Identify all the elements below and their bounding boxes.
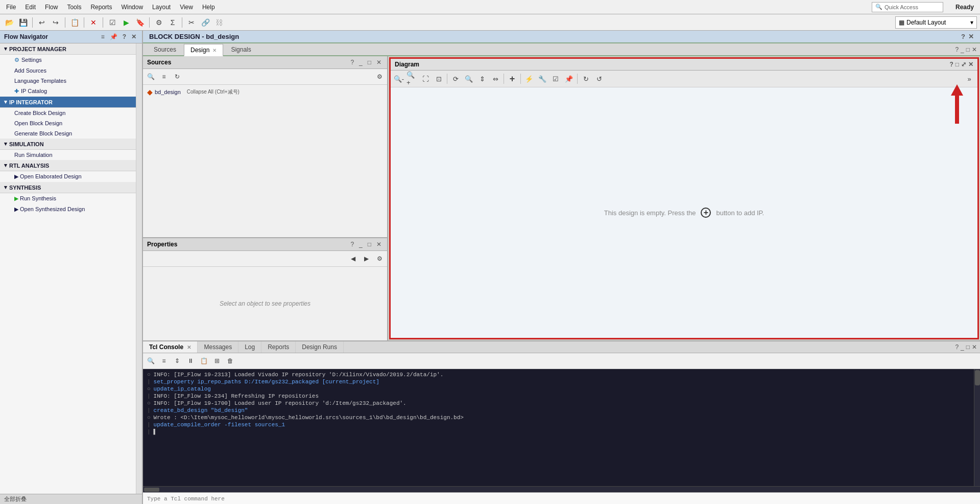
- props-forward-btn[interactable]: ▶: [361, 253, 372, 264]
- unlink-button[interactable]: ⛓: [213, 16, 225, 29]
- maximize-tab-icon[interactable]: □: [966, 46, 970, 53]
- props-help-icon[interactable]: ?: [349, 240, 355, 248]
- menu-layout[interactable]: Layout: [148, 3, 175, 12]
- menu-edit[interactable]: Edit: [21, 3, 40, 12]
- align-btn[interactable]: ⇕: [476, 73, 488, 85]
- bookmark-button[interactable]: 🔖: [134, 16, 146, 29]
- delete-button[interactable]: ✕: [87, 16, 100, 29]
- validate-btn[interactable]: 🔧: [536, 73, 548, 85]
- nav-item-open-block-design[interactable]: Open Block Design: [0, 118, 136, 128]
- section-simulation[interactable]: ▾ SIMULATION: [0, 139, 136, 150]
- nav-item-settings[interactable]: ⚙Settings: [0, 55, 136, 65]
- console-maximize-icon[interactable]: □: [966, 343, 970, 351]
- undo-button[interactable]: ↩: [36, 16, 48, 29]
- close-tab-icon[interactable]: ✕: [972, 46, 977, 53]
- console-horizontal-scrollbar[interactable]: [143, 486, 980, 492]
- console-filter-btn[interactable]: ⇕: [172, 355, 183, 366]
- nav-item-run-synthesis[interactable]: ▶ Run Synthesis: [0, 193, 136, 204]
- refresh-btn[interactable]: ↻: [580, 73, 592, 85]
- nav-vertical-scrollbar[interactable]: [136, 43, 142, 494]
- menu-tools[interactable]: Tools: [63, 3, 85, 12]
- search-diagram-btn[interactable]: 🔍: [463, 73, 475, 85]
- tcl-command-input[interactable]: [147, 496, 976, 502]
- tab-sources[interactable]: Sources: [147, 43, 183, 55]
- section-rtl-analysis[interactable]: ▾ RTL ANALYSIS: [0, 160, 136, 171]
- console-vertical-scrollbar[interactable]: [974, 369, 980, 486]
- console-tab-messages[interactable]: Messages: [198, 341, 238, 353]
- nav-item-add-sources[interactable]: Add Sources: [0, 65, 136, 76]
- add-ip-btn[interactable]: +: [506, 73, 518, 85]
- bd-close-icon[interactable]: ✕: [968, 33, 974, 40]
- zoom-out-btn[interactable]: 🔍-: [393, 73, 405, 85]
- quick-access-bar[interactable]: 🔍 Quick Access: [872, 2, 943, 12]
- sources-maximize-icon[interactable]: □: [366, 58, 373, 66]
- tab-design-close[interactable]: ✕: [212, 48, 217, 53]
- section-project-manager[interactable]: ▾ PROJECT MANAGER: [0, 43, 136, 55]
- minimize-tab-icon[interactable]: _: [961, 46, 964, 53]
- menu-reports[interactable]: Reports: [86, 3, 116, 12]
- redo-button[interactable]: ↪: [50, 16, 62, 29]
- section-ip-integrator[interactable]: ▾ IP INTEGRATOR: [0, 97, 136, 108]
- tab-signals[interactable]: Signals: [224, 43, 257, 55]
- props-close-icon[interactable]: ✕: [375, 240, 383, 248]
- close-panel-icon[interactable]: ✕: [130, 33, 138, 41]
- diagram-help-icon[interactable]: ?: [949, 61, 953, 68]
- check-button[interactable]: ☑: [106, 16, 118, 29]
- console-tab-design-runs[interactable]: Design Runs: [296, 341, 344, 353]
- annotate-btn[interactable]: ☑: [549, 73, 562, 85]
- console-minimize-icon[interactable]: _: [961, 343, 964, 351]
- pin-icon[interactable]: 📌: [108, 33, 119, 41]
- sources-search-btn[interactable]: 🔍: [145, 71, 156, 82]
- console-pause-btn[interactable]: ⏸: [185, 355, 196, 366]
- console-tab-reports[interactable]: Reports: [261, 341, 296, 353]
- menu-file[interactable]: File: [2, 3, 20, 12]
- nav-item-run-simulation[interactable]: Run Simulation: [0, 150, 136, 160]
- link-button[interactable]: 🔗: [199, 16, 211, 29]
- menu-help[interactable]: Help: [198, 3, 219, 12]
- sources-close-icon[interactable]: ✕: [375, 58, 383, 66]
- sources-help-icon[interactable]: ?: [349, 58, 355, 66]
- console-scrollbar-thumb[interactable]: [975, 370, 980, 385]
- fit-all-btn[interactable]: ⛶: [419, 73, 432, 85]
- props-back-btn[interactable]: ◀: [347, 253, 358, 264]
- console-clear-btn[interactable]: 🗑: [225, 355, 236, 366]
- nav-item-generate-block-design[interactable]: Generate Block Design: [0, 128, 136, 139]
- collapse-all-icon[interactable]: ≡: [100, 33, 106, 41]
- distribute-btn[interactable]: ⇔: [489, 73, 501, 85]
- expand-icon[interactable]: »: [963, 73, 975, 85]
- sources-collapse-btn[interactable]: ≡: [158, 71, 170, 82]
- diagram-popout-icon[interactable]: ⤢: [961, 61, 966, 68]
- nav-item-create-block-design[interactable]: Create Block Design: [0, 108, 136, 118]
- diagram-close-icon[interactable]: ✕: [968, 61, 973, 68]
- cut-button[interactable]: ✂: [185, 16, 198, 29]
- nav-item-ip-catalog[interactable]: ✚IP Catalog: [0, 86, 136, 97]
- nav-item-language-templates[interactable]: Language Templates: [0, 76, 136, 86]
- connect-btn[interactable]: ⚡: [523, 73, 535, 85]
- gear-button[interactable]: ⚙: [153, 16, 165, 29]
- copy-button[interactable]: 📋: [68, 16, 81, 29]
- nav-item-open-elaborated-design[interactable]: ▶ Open Elaborated Design: [0, 171, 136, 182]
- source-item-bd-design[interactable]: ◆ bd_design Collapse All (Ctrl+减号): [145, 87, 385, 97]
- help-icon[interactable]: ?: [121, 33, 128, 41]
- console-h-scrollbar-thumb[interactable]: [144, 488, 159, 492]
- nav-item-open-synthesized-design[interactable]: ▶ Open Synthesized Design: [0, 204, 136, 215]
- menu-window[interactable]: Window: [117, 3, 147, 12]
- tab-design[interactable]: Design✕: [184, 44, 223, 56]
- sources-refresh-btn[interactable]: ↻: [172, 71, 183, 82]
- console-search-btn[interactable]: 🔍: [145, 355, 156, 366]
- fit-selection-btn[interactable]: ⊡: [433, 73, 445, 85]
- tcl-console-close[interactable]: ✕: [187, 345, 191, 350]
- console-close-icon[interactable]: ✕: [972, 343, 977, 351]
- console-table-btn[interactable]: ⊞: [211, 355, 223, 366]
- run-button[interactable]: ▶: [120, 16, 132, 29]
- menu-flow[interactable]: Flow: [41, 3, 62, 12]
- sigma-button[interactable]: Σ: [166, 16, 179, 29]
- console-collapse-btn[interactable]: ≡: [158, 355, 170, 366]
- section-synthesis[interactable]: ▾ SYNTHESIS: [0, 182, 136, 193]
- sources-gear-btn[interactable]: ⚙: [374, 71, 385, 82]
- props-minimize-icon[interactable]: _: [357, 240, 364, 248]
- save-button[interactable]: 💾: [17, 16, 29, 29]
- menu-view[interactable]: View: [176, 3, 197, 12]
- layout-selector[interactable]: ▦ Default Layout ▾: [895, 16, 977, 29]
- console-copy-btn[interactable]: 📋: [198, 355, 209, 366]
